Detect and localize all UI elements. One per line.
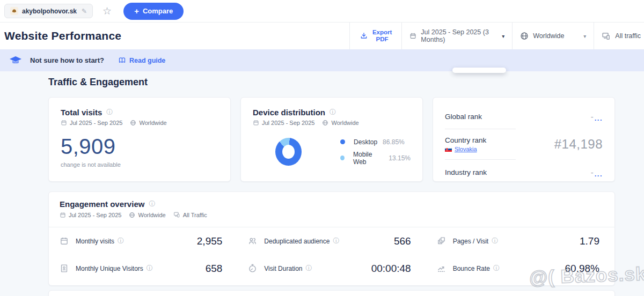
guide-banner: Not sure how to start? Read guide	[0, 49, 644, 71]
desktop-value: 86.85%	[383, 138, 405, 146]
legend-item-mobile[interactable]: Mobile Web 13.15%	[340, 151, 411, 166]
device-distribution-card: Device distribution ⓘ Jul 2025 - Sep 202…	[240, 97, 423, 182]
unique-visitor-icon	[60, 264, 69, 273]
country-rank-label: Country rank	[445, 136, 486, 144]
audience-icon	[248, 236, 257, 246]
globe-icon	[129, 212, 135, 218]
total-visits-date: Jul 2025 - Sep 2025	[70, 120, 122, 126]
metric-monthly-visits: Monthly visits ⓘ 2,955	[49, 227, 237, 255]
total-visits-value: 5,909	[61, 135, 218, 159]
industry-rank-dots[interactable]: ...	[595, 170, 603, 178]
devices-icon	[173, 211, 180, 218]
traffic-value: All traffic	[615, 32, 641, 40]
industry-rank-empty: -	[591, 168, 594, 177]
region-value: Worldwide	[533, 32, 564, 40]
device-distribution-date: Jul 2025 - Sep 2025	[262, 120, 314, 126]
device-distribution-subtitle: Jul 2025 - Sep 2025 Worldwide	[253, 120, 411, 126]
metric-label: Bounce Rate	[453, 265, 490, 272]
total-visits-region: Worldwide	[139, 120, 166, 126]
metric-value: 658	[206, 263, 223, 275]
metric-value: 566	[394, 235, 411, 247]
engagement-title: Engagement overview	[60, 199, 144, 209]
globe-icon	[322, 120, 328, 126]
calendar-icon	[60, 236, 69, 246]
total-visits-card: Total visits ⓘ Jul 2025 - Sep 2025 World…	[48, 97, 231, 182]
bounce-rate-icon	[437, 264, 446, 273]
site-favicon-icon	[10, 7, 18, 15]
metric-pages-per-visit: Pages / Visit ⓘ 1.79	[426, 227, 614, 255]
globe-icon	[130, 120, 136, 126]
info-icon[interactable]: ⓘ	[147, 264, 153, 273]
export-line2: PDF	[376, 36, 389, 42]
global-rank-dots[interactable]: ...	[595, 114, 603, 122]
metric-deduplicated-audience: Deduplicated audience ⓘ 566	[237, 227, 426, 255]
country-name: Slovakia	[455, 146, 477, 152]
banner-text: Not sure how to start?	[30, 56, 104, 64]
mobile-value: 13.15%	[389, 154, 411, 162]
date-range-selector[interactable]: Jul 2025 - Sep 2025 (3 Months) ▾	[401, 23, 512, 49]
metric-visit-duration: Visit Duration ⓘ 00:00:48	[237, 255, 426, 282]
metric-label: Deduplicated audience	[264, 238, 330, 245]
calendar-icon	[253, 120, 259, 126]
global-rank-empty: -	[591, 112, 594, 121]
metrics-grid: Monthly visits ⓘ 2,955 Deduplicated audi…	[49, 227, 614, 282]
globe-icon	[520, 32, 529, 40]
floating-tooltip-edge	[452, 68, 506, 73]
date-range-value: Jul 2025 - Sep 2025 (3 Months)	[421, 28, 497, 43]
total-visits-subtitle: Jul 2025 - Sep 2025 Worldwide	[61, 120, 218, 126]
desktop-label: Desktop	[354, 138, 377, 146]
region-selector[interactable]: Worldwide ▾	[512, 23, 594, 49]
info-icon[interactable]: ⓘ	[333, 236, 339, 246]
metric-label: Monthly visits	[76, 238, 114, 245]
metric-label: Pages / Visit	[453, 238, 488, 245]
industry-rank-label: Industry rank	[445, 168, 487, 176]
metric-label: Monthly Unique Visitors	[76, 265, 143, 272]
country-link[interactable]: Slovakia	[445, 146, 486, 152]
caret-down-icon: ▾	[583, 33, 586, 39]
traffic-selector[interactable]: All traffic	[594, 23, 644, 49]
info-icon[interactable]: ⓘ	[149, 199, 155, 209]
info-icon[interactable]: ⓘ	[493, 264, 500, 273]
domain-chip[interactable]: akybolpohovor.sk ✎	[4, 4, 93, 18]
info-icon[interactable]: ⓘ	[305, 264, 312, 273]
section-title: Traffic & Engagement	[48, 77, 148, 88]
info-icon[interactable]: ⓘ	[106, 108, 113, 117]
desktop-dot-icon	[340, 139, 345, 144]
engagement-overview-card: Engagement overview ⓘ Jul 2025 - Sep 202…	[48, 191, 615, 286]
plus-icon: +	[134, 6, 139, 16]
metric-value: 00:00:48	[371, 263, 411, 275]
edit-domain-icon[interactable]: ✎	[82, 8, 87, 15]
slovakia-flag-icon	[445, 147, 452, 152]
domain-name: akybolpohovor.sk	[22, 8, 77, 15]
pages-icon	[437, 236, 446, 246]
total-visits-note: change is not available	[61, 161, 218, 168]
graduation-cap-icon	[9, 55, 22, 66]
page-title: Website Performance	[0, 29, 121, 42]
metric-value: 1.79	[580, 235, 599, 247]
calendar-icon	[60, 212, 66, 218]
metric-value: 60.98%	[565, 263, 599, 275]
info-icon[interactable]: ⓘ	[118, 236, 124, 246]
ranks-card: Global rank - ... Country rank Slovakia …	[433, 97, 615, 182]
country-rank-row: Country rank Slovakia #14,198	[445, 130, 603, 158]
engagement-traffic: All Traffic	[183, 212, 207, 218]
compare-button[interactable]: + Compare	[123, 3, 184, 20]
download-icon	[360, 32, 368, 40]
top-bar: akybolpohovor.sk ✎ ☆ + Compare	[0, 0, 644, 23]
mobile-label: Mobile Web	[353, 151, 383, 166]
device-legend: Desktop 86.85% Mobile Web 13.15%	[340, 138, 411, 166]
info-icon[interactable]: ⓘ	[330, 108, 336, 117]
devices-icon	[602, 32, 611, 41]
favorite-star-icon[interactable]: ☆	[103, 5, 112, 17]
next-card-partial	[48, 290, 615, 296]
divider	[445, 129, 516, 129]
legend-item-desktop[interactable]: Desktop 86.85%	[340, 138, 411, 146]
export-pdf-button[interactable]: ExportPDF	[349, 23, 401, 49]
divider	[445, 159, 516, 160]
read-guide-link[interactable]: Read guide	[118, 56, 165, 64]
metric-label: Visit Duration	[264, 265, 302, 272]
caret-down-icon: ▾	[502, 33, 504, 39]
info-icon[interactable]: ⓘ	[492, 236, 498, 246]
engagement-date: Jul 2025 - Sep 2025	[69, 212, 121, 218]
header-controls: ExportPDF Jul 2025 - Sep 2025 (3 Months)…	[349, 23, 644, 49]
